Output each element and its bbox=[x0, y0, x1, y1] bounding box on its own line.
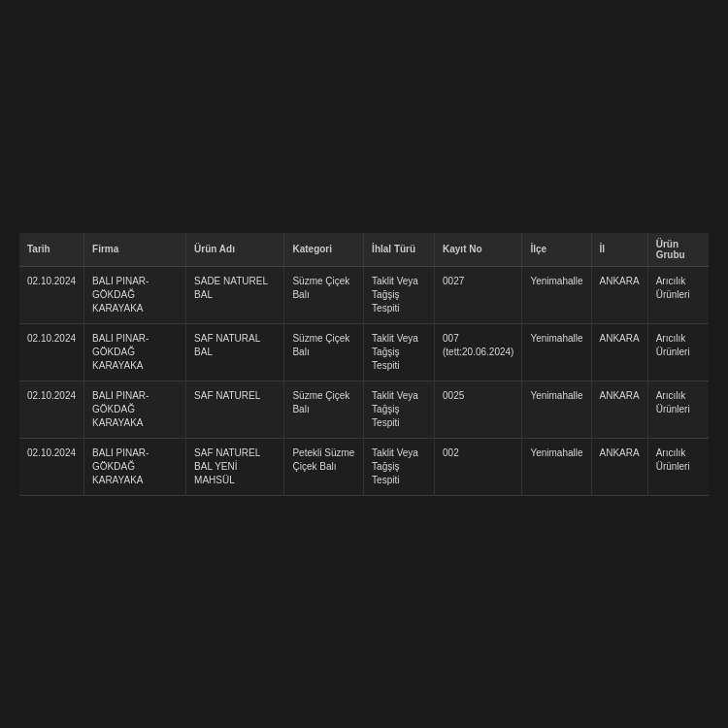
cell-kategori: Süzme Çiçek Balı bbox=[284, 323, 364, 381]
cell-ilce: Yenimahalle bbox=[522, 381, 591, 438]
cell-urun-adi: SAF NATUREL BAL YENİ MAHSÜL bbox=[186, 438, 284, 495]
table-header-row: Tarih Firma Ürün Adı Kategori İhlal Türü… bbox=[19, 233, 709, 267]
cell-ihlal-turu: Taklit Veya Tağşiş Tespiti bbox=[364, 266, 435, 323]
data-table: Tarih Firma Ürün Adı Kategori İhlal Türü… bbox=[19, 233, 709, 496]
cell-ilce: Yenimahalle bbox=[522, 323, 591, 381]
cell-il: ANKARA bbox=[591, 266, 647, 323]
cell-ihlal-turu: Taklit Veya Tağşiş Tespiti bbox=[364, 381, 435, 438]
cell-ihlal-turu: Taklit Veya Tağşiş Tespiti bbox=[364, 438, 435, 495]
table-row: 02.10.2024BALI PINAR-GÖKDAĞ KARAYAKASADE… bbox=[19, 266, 709, 323]
main-container: Tarih Firma Ürün Adı Kategori İhlal Türü… bbox=[0, 0, 728, 728]
col-header-urun-grubu: Ürün Grubu bbox=[647, 233, 709, 267]
cell-il: ANKARA bbox=[591, 323, 647, 381]
cell-ilce: Yenimahalle bbox=[522, 438, 591, 495]
cell-urun-grubu: Arıcılık Ürünleri bbox=[647, 266, 709, 323]
table-row: 02.10.2024BALI PINAR-GÖKDAĞ KARAYAKASAF … bbox=[19, 381, 709, 438]
cell-kayit-no: 0027 bbox=[435, 266, 522, 323]
cell-kayit-no: 0025 bbox=[435, 381, 522, 438]
col-header-kategori: Kategori bbox=[284, 233, 364, 267]
col-header-il: İl bbox=[591, 233, 647, 267]
cell-tarih: 02.10.2024 bbox=[19, 323, 84, 381]
cell-tarih: 02.10.2024 bbox=[19, 266, 84, 323]
cell-kategori: Süzme Çiçek Balı bbox=[284, 266, 364, 323]
col-header-firma: Firma bbox=[84, 233, 186, 267]
cell-tarih: 02.10.2024 bbox=[19, 381, 84, 438]
cell-il: ANKARA bbox=[591, 438, 647, 495]
cell-kayit-no: 007(tett:20.06.2024) bbox=[435, 323, 522, 381]
cell-urun-grubu: Arıcılık Ürünleri bbox=[647, 438, 709, 495]
cell-ilce: Yenimahalle bbox=[522, 266, 591, 323]
cell-kayit-no: 002 bbox=[435, 438, 522, 495]
cell-firma: BALI PINAR-GÖKDAĞ KARAYAKA bbox=[84, 381, 186, 438]
cell-ihlal-turu: Taklit Veya Tağşiş Tespiti bbox=[364, 323, 435, 381]
cell-urun-grubu: Arıcılık Ürünleri bbox=[647, 381, 709, 438]
col-header-tarih: Tarih bbox=[19, 233, 84, 267]
cell-urun-adi: SAF NATURAL BAL bbox=[186, 323, 284, 381]
cell-firma: BALI PINAR-GÖKDAĞ KARAYAKA bbox=[84, 266, 186, 323]
col-header-urun-adi: Ürün Adı bbox=[186, 233, 284, 267]
cell-il: ANKARA bbox=[591, 381, 647, 438]
cell-firma: BALI PINAR-GÖKDAĞ KARAYAKA bbox=[84, 323, 186, 381]
col-header-ihlal: İhlal Türü bbox=[364, 233, 435, 267]
cell-kategori: Petekli Süzme Çiçek Balı bbox=[284, 438, 364, 495]
cell-urun-adi: SADE NATUREL BAL bbox=[186, 266, 284, 323]
table-row: 02.10.2024BALI PINAR-GÖKDAĞ KARAYAKASAF … bbox=[19, 438, 709, 495]
cell-tarih: 02.10.2024 bbox=[19, 438, 84, 495]
cell-urun-adi: SAF NATUREL bbox=[186, 381, 284, 438]
cell-firma: BALI PINAR-GÖKDAĞ KARAYAKA bbox=[84, 438, 186, 495]
table-row: 02.10.2024BALI PINAR-GÖKDAĞ KARAYAKASAF … bbox=[19, 323, 709, 381]
cell-kategori: Süzme Çiçek Balı bbox=[284, 381, 364, 438]
col-header-ilce: İlçe bbox=[522, 233, 591, 267]
col-header-kayit: Kayıt No bbox=[435, 233, 522, 267]
table-wrapper: Tarih Firma Ürün Adı Kategori İhlal Türü… bbox=[19, 233, 709, 496]
cell-urun-grubu: Arıcılık Ürünleri bbox=[647, 323, 709, 381]
